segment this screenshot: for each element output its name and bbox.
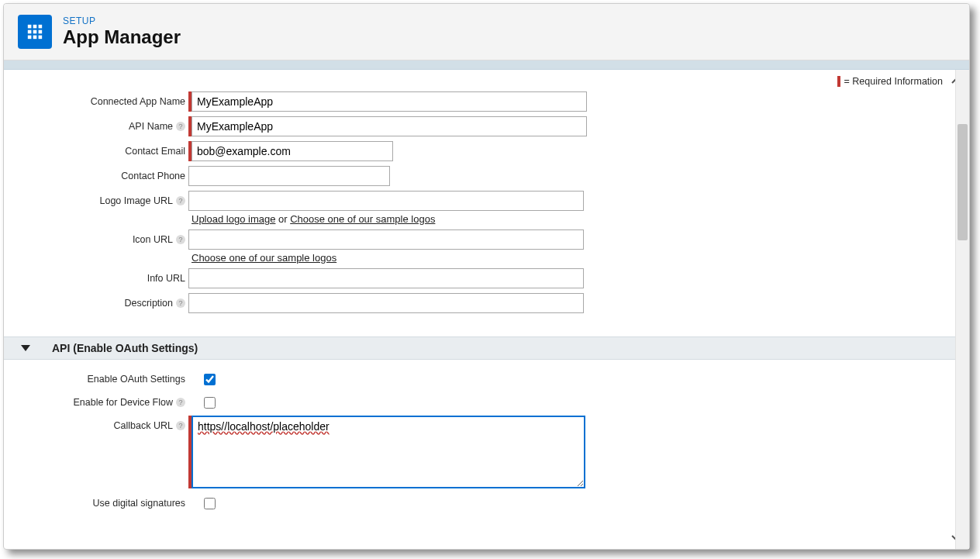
choose-sample-icon-link[interactable]: Choose one of our sample logos [192, 252, 336, 264]
required-mark-icon [837, 76, 840, 87]
icon-url-input[interactable] [188, 229, 584, 250]
svg-rect-4 [33, 30, 37, 34]
form-area: Connected App Name API Name ? [4, 70, 969, 326]
logo-image-url-input[interactable] [188, 191, 584, 211]
row-use-digital-signatures: Use digital signatures [19, 493, 954, 512]
content-area: = Required Information Connected App Nam… [4, 70, 969, 549]
svg-rect-2 [39, 25, 43, 29]
vertical-scrollbar[interactable] [955, 70, 969, 549]
svg-rect-0 [28, 25, 32, 29]
oauth-form-area: Enable OAuth Settings Enable for Device … [4, 366, 969, 524]
help-icon[interactable]: ? [176, 122, 185, 131]
label-callback-url: Callback URL [114, 420, 173, 431]
label-enable-device-flow: Enable for Device Flow [73, 397, 173, 408]
oauth-section-header[interactable]: API (Enable OAuth Settings) [4, 336, 969, 360]
choose-sample-logo-link[interactable]: Choose one of our sample logos [290, 213, 435, 225]
grid-icon [26, 23, 43, 40]
svg-rect-6 [28, 36, 32, 40]
svg-rect-8 [39, 36, 43, 40]
row-info-url: Info URL [19, 268, 954, 288]
label-use-digital-signatures: Use digital signatures [19, 493, 188, 509]
header-text: SETUP App Manager [63, 16, 181, 48]
help-icon[interactable]: ? [176, 235, 185, 244]
app-tile [18, 15, 52, 49]
help-icon[interactable]: ? [176, 421, 185, 430]
row-api-name: API Name ? [19, 116, 954, 136]
scrollbar-thumb[interactable] [958, 124, 968, 240]
svg-rect-3 [28, 30, 32, 34]
header-eyebrow: SETUP [63, 16, 181, 26]
oauth-section-title: API (Enable OAuth Settings) [52, 342, 198, 354]
page-title: App Manager [63, 26, 181, 48]
label-contact-email: Contact Email [19, 141, 188, 157]
connected-app-name-input[interactable] [192, 91, 587, 112]
label-contact-phone: Contact Phone [19, 166, 188, 181]
help-icon[interactable]: ? [176, 298, 185, 308]
required-legend: = Required Information [837, 76, 943, 87]
row-enable-oauth: Enable OAuth Settings [19, 369, 954, 388]
enable-oauth-checkbox[interactable] [204, 374, 216, 385]
row-connected-app-name: Connected App Name [19, 91, 954, 112]
label-description: Description [124, 298, 173, 309]
callback-url-textarea[interactable] [192, 416, 585, 488]
contact-email-input[interactable] [192, 141, 393, 161]
row-icon-url: Icon URL ? Choose one of our sample logo… [19, 229, 954, 264]
row-enable-device-flow: Enable for Device Flow ? [19, 392, 954, 411]
svg-rect-1 [33, 25, 37, 29]
label-info-url: Info URL [19, 268, 188, 284]
row-description: Description ? [19, 293, 954, 313]
label-icon-url: Icon URL [133, 234, 173, 245]
logo-hint-line: Upload logo image or Choose one of our s… [192, 213, 584, 225]
info-url-input[interactable] [188, 268, 584, 288]
help-icon[interactable]: ? [176, 196, 185, 205]
decorative-strip [4, 60, 969, 70]
page-header: SETUP App Manager [4, 4, 969, 60]
label-api-name: API Name [129, 121, 173, 132]
row-logo-image-url: Logo Image URL ? Upload logo image or Ch… [19, 191, 954, 225]
collapse-arrow-icon [21, 345, 30, 351]
row-contact-email: Contact Email [19, 141, 954, 161]
upload-logo-link[interactable]: Upload logo image [192, 213, 275, 225]
contact-phone-input[interactable] [188, 166, 390, 186]
app-manager-page: SETUP App Manager = Required Information… [3, 3, 970, 550]
enable-device-flow-checkbox[interactable] [204, 397, 216, 409]
label-connected-app-name: Connected App Name [19, 91, 188, 107]
svg-rect-5 [39, 30, 43, 34]
row-contact-phone: Contact Phone [19, 166, 954, 186]
required-legend-text: = Required Information [844, 76, 943, 87]
use-digital-signatures-checkbox[interactable] [204, 498, 216, 509]
api-name-input[interactable] [192, 116, 587, 136]
row-callback-url: Callback URL ? [19, 416, 954, 488]
label-logo-image-url: Logo Image URL [99, 195, 173, 206]
svg-rect-7 [33, 36, 37, 40]
label-enable-oauth: Enable OAuth Settings [19, 369, 188, 385]
help-icon[interactable]: ? [176, 398, 185, 407]
description-input[interactable] [188, 293, 584, 313]
